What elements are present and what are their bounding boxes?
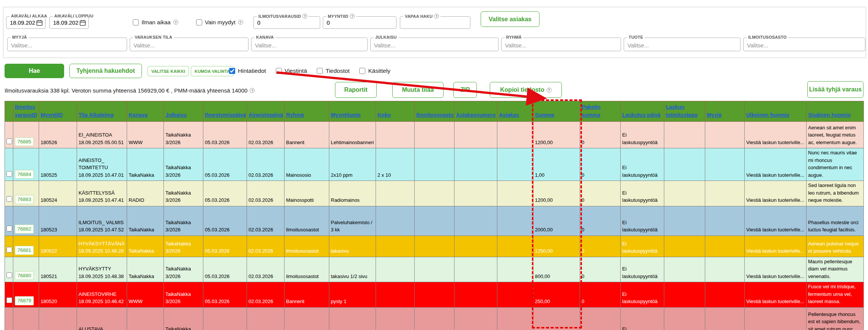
customer-cell (497, 206, 533, 236)
clear-search-button[interactable]: Tyhjennä hakuehdot (69, 64, 142, 78)
handling-checkbox-input[interactable] (359, 68, 365, 74)
no-time-checkbox[interactable]: Ilman aikaa (133, 19, 178, 25)
calendar-icon[interactable] (36, 19, 43, 26)
sort-asiakasnumero[interactable]: Asiakasnumero (456, 112, 495, 118)
undo-selection-button[interactable]: KUMOA VALINTA (191, 66, 234, 76)
sort-julkaisu[interactable]: Julkaisu (165, 112, 187, 118)
external-note-cell: Viestiä laskun tuoteriville... (745, 236, 807, 257)
sort-kanava[interactable]: Kanava (129, 112, 148, 118)
sales-id-field[interactable]: MYYNTIID (323, 16, 396, 29)
sort-ryhma[interactable]: Ryhmä (286, 112, 304, 118)
sort-ilmestymispaiva[interactable]: Ilmestymispäivä (205, 112, 246, 118)
reservation-id-link[interactable]: 76881 (15, 246, 34, 255)
communication-checkbox-input[interactable] (276, 68, 282, 74)
status-text: AINEISTO_ TOIMITETTU (79, 157, 125, 171)
select-all-button[interactable]: VALITSE KAIKKI (148, 66, 189, 76)
dropdown-varauksen-tila[interactable]: VARAUKSEN TILA Valitse... (130, 38, 248, 51)
sort-myyntituote[interactable]: Myyntituote (331, 112, 361, 118)
search-button[interactable]: Hae (5, 64, 64, 78)
price-info-checkbox[interactable]: Hintatiedot (229, 68, 266, 74)
only-sold-checkbox[interactable]: Vain myydyt (196, 19, 243, 25)
sort-tila-aikaleima[interactable]: Tila Aikaleima (79, 112, 114, 118)
sort-paketin-summa[interactable]: Paketin summa (582, 104, 601, 118)
copy-file-button[interactable]: Kopioi tiedosto (490, 82, 562, 98)
reservation-id-field[interactable]: ILMOITUSVARAUSID (253, 16, 320, 29)
add-empty-reservation-button[interactable]: Lisää tyhjä varaus (807, 81, 863, 98)
customer-cell (497, 122, 533, 148)
sort-aineistopaiva[interactable]: Aineistopäivä (248, 112, 283, 118)
reservation-id-link[interactable]: 76884 (15, 170, 34, 179)
dropdown-tuote[interactable]: TUOTE Valitse... (624, 38, 741, 51)
select-customer-button[interactable]: Valitse asiakas (481, 11, 539, 27)
group-cell: Bannerit (285, 122, 329, 148)
date-end-field[interactable]: AIKAVÄLI LOPPUU (49, 16, 89, 29)
row-select-checkbox[interactable] (6, 171, 12, 177)
dropdown-kanava[interactable]: KANAVA Valitse... (251, 38, 368, 51)
files-label: Tiedostot (326, 68, 349, 74)
sort-laskun-toimitustapa[interactable]: Laskun toimitustapa (666, 104, 697, 118)
sort-koko[interactable]: Koko (377, 112, 391, 118)
free-search-field[interactable]: VAPAA HAKU (400, 16, 470, 29)
row-select-checkbox[interactable] (6, 272, 12, 278)
files-checkbox[interactable]: Tiedostot (317, 68, 349, 74)
sort-myyntiid[interactable]: MyyntiID (41, 112, 63, 118)
reservation-id-link[interactable]: 76883 (15, 195, 34, 204)
sort-ulkoinen-huomio[interactable]: Ulkoinen huomio (746, 112, 789, 118)
status-cell: ILMOITUS_ VALMIS 18.09.2025 10.47.52 (77, 206, 127, 236)
status-cell: HYVÄKSYTTY 18.09.2025 10.48.38 (77, 257, 127, 282)
sort-asiakas[interactable]: Asiakas (499, 112, 519, 118)
dropdown-varauksen-tila-label: VARAUKSEN TILA (133, 35, 174, 39)
sales-product-cell: takasivu 1/2 sivu (329, 257, 376, 282)
row-select-checkbox[interactable] (6, 247, 12, 253)
customer-number-cell (454, 206, 497, 236)
reservation-id-link[interactable]: 76880 (15, 271, 34, 280)
sort-myyja[interactable]: Myyjä (707, 112, 722, 118)
dropdown-tuote-label: TUOTE (627, 35, 645, 39)
channel-cell: WWW (127, 307, 164, 330)
row-select-cell (5, 122, 13, 148)
dropdown-julkaisu[interactable]: JULKAISU Valitse... (370, 38, 498, 51)
invoice-delivery-cell (664, 307, 705, 330)
ad-section-cell (415, 206, 454, 236)
reservation-id-link[interactable]: 76882 (15, 225, 34, 234)
publication-cell: TaikaNakka 3/2026 (164, 307, 203, 330)
date-start-field[interactable]: AIKAVÄLI ALKAA (6, 16, 46, 29)
zip-button[interactable]: ZIP (453, 82, 477, 98)
dropdown-kanava-label: KANAVA (255, 35, 275, 39)
dropdown-ilmoitusosasto-placeholder: Valitse... (747, 42, 768, 49)
material-date-cell: 02.03.2026 (247, 148, 285, 181)
external-note-cell: Viestiä laskun tuoteriville... (745, 282, 807, 308)
communication-checkbox[interactable]: Viestintä (276, 68, 307, 74)
change-status-button[interactable]: Muuta tilaa (392, 82, 443, 98)
files-checkbox-input[interactable] (317, 68, 323, 74)
calendar-icon[interactable] (79, 19, 86, 26)
internal-note-cell: Pellentesque rhoncus est et sapien biben… (807, 307, 864, 330)
reports-button[interactable]: Raportit (335, 82, 377, 98)
sort-laskutus-paiva[interactable]: Laskutus päivä (622, 112, 660, 118)
price-info-checkbox-input[interactable] (229, 68, 235, 74)
dropdown-ilmoitusosasto[interactable]: ILMOITUSOSASTO Valitse... (743, 38, 865, 51)
reservation-id-link[interactable]: 76879 (15, 296, 34, 305)
customer-number-cell (454, 122, 497, 148)
handling-checkbox[interactable]: Käsittely (359, 68, 390, 74)
seller-cell (705, 236, 745, 257)
sort-ilmoitusosasto[interactable]: Ilmoitusosasto (416, 112, 454, 118)
sort-ilmoitusvarausid[interactable]: Ilmoitus varausID (15, 104, 37, 118)
row-select-checkbox[interactable] (6, 196, 12, 202)
group-cell: Bannerit (285, 307, 329, 330)
reservation-id-cell: 76880 (13, 257, 39, 282)
row-select-checkbox[interactable] (6, 138, 12, 144)
results-summary-text: Ilmoitusvarauksia 338 kpl. Veroton summa… (5, 87, 247, 94)
row-select-checkbox[interactable] (6, 226, 12, 231)
dropdown-myyja[interactable]: MYYJÄ Valitse... (7, 38, 127, 51)
only-sold-checkbox-input[interactable] (196, 19, 202, 25)
no-time-checkbox-input[interactable] (133, 19, 139, 25)
status-timestamp: 18.09.2025 10.46.42 (79, 298, 125, 305)
reservation-id-link[interactable]: 76885 (15, 137, 34, 146)
dropdown-ryhma[interactable]: RYHMÄ Valitse... (501, 38, 621, 51)
row-select-checkbox[interactable] (6, 297, 12, 303)
sales-id-label: MYYNTIID (328, 14, 348, 19)
sort-summa[interactable]: Summa (535, 112, 554, 118)
status-text: AINEISTOVIRHE (79, 291, 125, 298)
sort-sisainen-huomio[interactable]: Sisäinen huomio (808, 112, 851, 118)
